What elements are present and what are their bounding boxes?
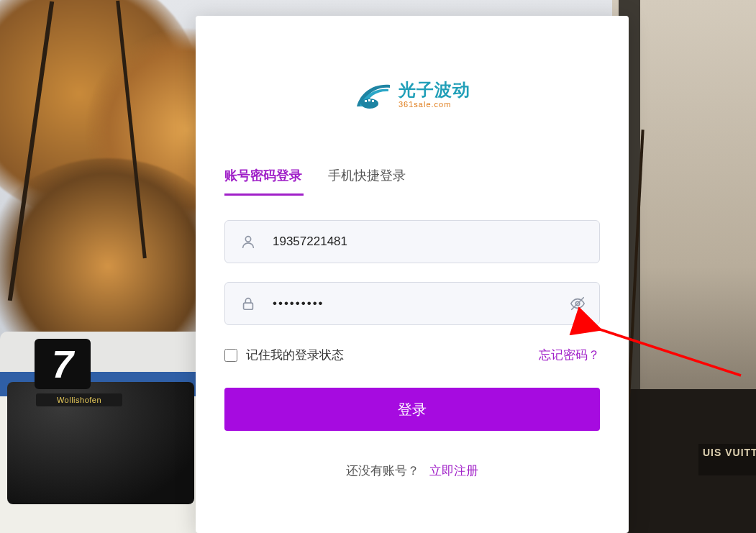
account-field [224, 220, 600, 263]
no-account-prompt: 还没有账号？ [346, 464, 419, 478]
forgot-password-link[interactable]: 忘记密码？ [539, 347, 600, 363]
svg-point-4 [245, 237, 250, 242]
remember-checkbox[interactable] [224, 349, 237, 362]
eye-off-icon[interactable] [570, 296, 586, 311]
svg-rect-3 [372, 100, 374, 102]
remember-me[interactable]: 记住我的登录状态 [224, 347, 344, 363]
tram-destination: Wollishofen [36, 393, 122, 406]
password-input[interactable] [224, 282, 600, 325]
tram-line-badge: 7 [35, 339, 91, 389]
brand-mark-icon [354, 79, 391, 111]
login-button[interactable]: 登录 [224, 388, 600, 431]
account-input[interactable] [224, 220, 600, 263]
tab-label: 手机快捷登录 [328, 168, 406, 183]
brand-name: 光子波动 [399, 81, 470, 99]
svg-rect-5 [244, 303, 253, 309]
brand-domain: 361sale.com [399, 101, 470, 109]
login-card: 光子波动 361sale.com 账号密码登录 手机快捷登录 记住我的登录状态 … [196, 16, 629, 533]
password-field [224, 282, 600, 325]
remember-label: 记住我的登录状态 [246, 347, 344, 363]
tab-password-login[interactable]: 账号密码登录 [224, 167, 302, 194]
svg-rect-1 [365, 100, 367, 102]
tram-line-number: 7 [52, 342, 73, 386]
brand-logo: 光子波动 361sale.com [224, 79, 600, 111]
register-link[interactable]: 立即注册 [429, 464, 478, 478]
tab-sms-login[interactable]: 手机快捷登录 [328, 167, 406, 194]
user-icon [240, 234, 256, 250]
tab-label: 账号密码登录 [224, 168, 302, 183]
login-tabs: 账号密码登录 手机快捷登录 [224, 167, 600, 194]
no-account-row: 还没有账号？ 立即注册 [224, 463, 600, 479]
lock-icon [240, 296, 256, 311]
svg-rect-2 [368, 99, 370, 101]
store-sign: UIS VUITT [698, 444, 756, 475]
